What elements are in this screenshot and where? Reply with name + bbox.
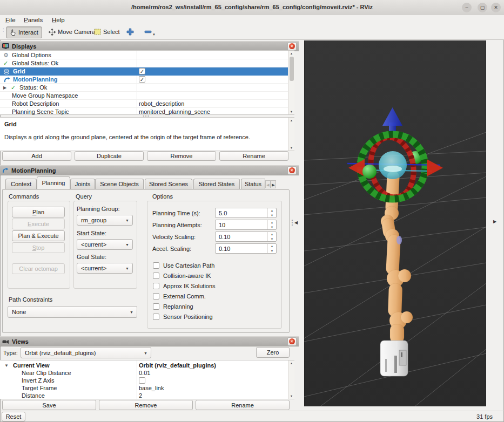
collision-aware-ik-checkbox[interactable]: [153, 273, 159, 279]
plan-button[interactable]: Plan: [12, 207, 65, 217]
use-cartesian-path-checkbox[interactable]: [153, 262, 159, 269]
viewport-splitter-handle[interactable]: • • •: [290, 215, 294, 231]
start-state-dropdown[interactable]: <current> ▼: [77, 239, 133, 250]
row-value[interactable]: robot_description: [139, 100, 184, 108]
add-tool-button[interactable]: [123, 26, 137, 37]
tab-scroll-left-icon[interactable]: ◀: [265, 180, 271, 188]
marker-center-sphere[interactable]: [379, 151, 407, 179]
displays-close-button[interactable]: ✕: [287, 42, 297, 51]
tree-row-grid[interactable]: Grid ✓: [0, 67, 288, 76]
remove-view-button[interactable]: Remove: [99, 400, 193, 410]
spin-up-icon[interactable]: ▲: [271, 209, 273, 212]
rename-view-button[interactable]: Rename: [196, 400, 290, 410]
row-value[interactable]: 2: [139, 392, 142, 400]
tree-row-global-status[interactable]: ✓ Global Status: Ok: [0, 59, 288, 67]
scroll-down-icon[interactable]: ▼: [288, 109, 294, 114]
scroll-up-icon[interactable]: ▲: [288, 51, 294, 56]
spin-down-icon[interactable]: ▼: [271, 237, 273, 241]
expander-right-icon[interactable]: ▶: [3, 84, 6, 92]
stop-button[interactable]: Stop: [12, 242, 65, 253]
scroll-down-icon[interactable]: ▼: [288, 145, 294, 151]
menu-help[interactable]: Help: [52, 16, 65, 24]
motionplanning-panel-header[interactable]: MotionPlanning ✕: [0, 165, 299, 175]
replanning-checkbox[interactable]: [153, 303, 159, 310]
spin-up-icon[interactable]: ▲: [271, 244, 273, 248]
spin-up-icon[interactable]: ▲: [271, 233, 273, 236]
row-value[interactable]: base_link: [139, 384, 164, 392]
goal-state-dropdown[interactable]: <current> ▼: [77, 263, 133, 274]
tree-row-current-view[interactable]: ▼ Current View Orbit (rviz_default_plugi…: [0, 362, 288, 370]
maximize-icon[interactable]: ▢: [478, 3, 487, 12]
path-constraints-dropdown[interactable]: None ▼: [8, 306, 137, 318]
tree-row-target-frame[interactable]: Target Frame base_link: [0, 384, 288, 392]
scroll-up-icon[interactable]: ▲: [288, 360, 294, 366]
tree-row-near-clip-distance[interactable]: Near Clip Distance 0.01: [0, 369, 288, 377]
zero-view-button[interactable]: Zero: [256, 347, 290, 358]
rename-display-button[interactable]: Rename: [219, 151, 288, 161]
view-type-dropdown[interactable]: Orbit (rviz_default_plugins) ▼: [21, 347, 151, 358]
tree-row-invert-z-axis[interactable]: Invert Z Axis: [0, 377, 288, 385]
tool-dropdown-arrow-icon[interactable]: ▼: [152, 33, 156, 36]
collapse-right-icon[interactable]: ▶: [493, 219, 496, 224]
planning-time-spinbox[interactable]: 5.0 ▲▼: [215, 208, 277, 218]
row-value[interactable]: 0.01: [139, 369, 150, 377]
plan-and-execute-button[interactable]: Plan & Execute: [12, 230, 65, 241]
tree-row-move-group-namespace[interactable]: Move Group Namespace: [0, 92, 288, 100]
menu-file[interactable]: File: [5, 16, 16, 24]
duplicate-display-button[interactable]: Duplicate: [75, 151, 144, 161]
motionplanning-enabled-checkbox[interactable]: ✓: [139, 76, 145, 83]
external-comm-checkbox[interactable]: [153, 293, 159, 300]
accel-scaling-spinbox[interactable]: 0.10 ▲▼: [215, 243, 277, 254]
views-panel-header[interactable]: Views ✕: [0, 336, 299, 346]
motionplanning-panel-title: MotionPlanning: [11, 167, 56, 174]
save-view-button[interactable]: Save: [2, 400, 96, 410]
clear-octomap-button[interactable]: Clear octomap: [12, 263, 65, 274]
tab-planning[interactable]: Planning: [37, 176, 70, 189]
tab-status[interactable]: Status: [241, 179, 265, 189]
collapse-left-icon[interactable]: ◀: [294, 220, 298, 225]
scrollbar-thumb[interactable]: [290, 57, 294, 81]
add-display-button[interactable]: Add: [2, 151, 71, 161]
tree-row-status-ok[interactable]: ▶ ✓ Status: Ok: [0, 84, 288, 92]
tab-stored-scenes[interactable]: Stored Scenes: [145, 179, 192, 189]
remove-display-button[interactable]: Remove: [147, 151, 216, 161]
tree-row-global-options[interactable]: ⚙ Global Options: [0, 51, 288, 59]
approx-ik-solutions-checkbox[interactable]: [153, 283, 159, 289]
marker-green-handle-left[interactable]: [362, 165, 377, 179]
displays-tree-scrollbar[interactable]: ▲ ▼: [288, 51, 294, 114]
scroll-up-icon[interactable]: ▲: [288, 118, 294, 123]
interact-tool-button[interactable]: Interact: [6, 26, 42, 38]
motionplanning-close-button[interactable]: ✕: [287, 166, 297, 175]
tab-context[interactable]: Context: [5, 179, 37, 189]
close-window-icon[interactable]: ✕: [491, 3, 501, 12]
tree-row-robot-description[interactable]: Robot Description robot_description: [0, 100, 288, 108]
planning-group-dropdown[interactable]: rm_group ▼: [77, 215, 133, 226]
spin-up-icon[interactable]: ▲: [271, 221, 273, 224]
velocity-scaling-spinbox[interactable]: 0.10 ▲▼: [215, 232, 277, 242]
menu-panels[interactable]: Panels: [24, 16, 43, 24]
invert-z-axis-checkbox[interactable]: [139, 377, 145, 384]
expander-down-icon[interactable]: ▼: [4, 362, 9, 370]
views-tree-scrollbar[interactable]: ▲ ▼: [288, 360, 294, 399]
select-tool-button[interactable]: Select: [91, 26, 123, 37]
tree-row-motionplanning[interactable]: MotionPlanning ✓: [0, 76, 288, 84]
tab-stored-states[interactable]: Stored States: [193, 179, 240, 189]
spin-down-icon[interactable]: ▼: [271, 226, 273, 229]
scroll-down-icon[interactable]: ▼: [288, 393, 294, 399]
3d-viewport[interactable]: [304, 40, 486, 406]
execute-button[interactable]: Execute: [12, 219, 65, 229]
tab-scene-objects[interactable]: Scene Objects: [95, 179, 144, 189]
grid-enabled-checkbox[interactable]: ✓: [139, 68, 145, 74]
tree-row-distance[interactable]: Distance 2: [0, 392, 288, 400]
planning-attempts-spinbox[interactable]: 10 ▲▼: [215, 220, 277, 230]
description-scrollbar[interactable]: ▲ ▼: [288, 118, 294, 151]
tab-scroll-right-icon[interactable]: ▶: [271, 180, 276, 188]
sensor-positioning-checkbox[interactable]: [153, 314, 159, 320]
minimize-icon[interactable]: –: [462, 3, 472, 12]
reset-button[interactable]: Reset: [2, 412, 25, 421]
spin-down-icon[interactable]: ▼: [271, 249, 273, 253]
spin-down-icon[interactable]: ▼: [271, 214, 273, 217]
tab-joints[interactable]: Joints: [70, 179, 95, 189]
views-close-button[interactable]: ✕: [287, 337, 297, 346]
titlebar[interactable]: /home/rm/ros2_ws/install/rm_65_config/sh…: [0, 0, 504, 16]
